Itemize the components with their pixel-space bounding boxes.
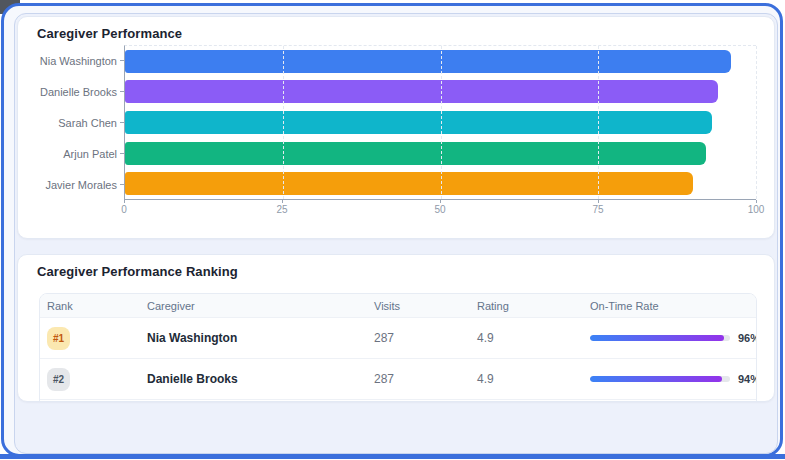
x-axis-tickmark [440, 200, 441, 203]
on-time-progress-fill [590, 335, 724, 341]
chart-bar[interactable] [125, 111, 712, 134]
column-header: Rating [470, 300, 583, 312]
y-axis-label-text: Sarah Chen [58, 117, 117, 129]
x-axis-tickmark [598, 200, 599, 203]
column-header: Caregiver [140, 300, 367, 312]
y-axis-label-text: Nia Washington [40, 55, 117, 67]
x-axis-tick-label: 50 [434, 204, 445, 215]
on-time-cell: 96% [583, 332, 757, 344]
table-row: #2Danielle Brooks2874.994% [40, 358, 756, 399]
y-axis-label: Arjun Patel [18, 138, 124, 169]
x-axis-tickmark [282, 200, 283, 203]
gridline [441, 46, 442, 199]
ranking-table: RankCaregiverVisitsRatingOn-Time Rate #1… [39, 293, 757, 402]
x-axis-tickmark [756, 200, 757, 203]
y-axis-labels: Nia WashingtonDanielle BrooksSarah ChenA… [18, 45, 124, 200]
y-axis-label-text: Arjun Patel [63, 148, 117, 160]
y-axis-label: Sarah Chen [18, 107, 124, 138]
dashboard-panel: Caregiver Performance Nia WashingtonDani… [14, 13, 778, 454]
y-axis-label: Nia Washington [18, 45, 124, 76]
chart-bar[interactable] [125, 142, 706, 165]
app-frame: Caregiver Performance Nia WashingtonDani… [1, 3, 783, 457]
x-axis-tickmark [124, 200, 125, 203]
x-axis-tick-label: 25 [276, 204, 287, 215]
gridline [756, 46, 757, 199]
visits-value: 287 [367, 331, 470, 345]
column-header: Visits [367, 300, 470, 312]
visits-value: 287 [367, 372, 470, 386]
chart-bar[interactable] [125, 50, 731, 73]
table-body: #1Nia Washington2874.996%#2Danielle Broo… [40, 317, 756, 402]
table-header-row: RankCaregiverVisitsRatingOn-Time Rate [40, 294, 756, 317]
y-axis-label: Danielle Brooks [18, 76, 124, 107]
y-axis-label: Javier Morales [18, 169, 124, 200]
on-time-progress-fill [590, 376, 722, 382]
x-axis-tick-label: 100 [748, 204, 765, 215]
gridline [598, 46, 599, 199]
on-time-cell: 94% [583, 373, 757, 385]
x-axis-tick-label: 0 [121, 204, 127, 215]
on-time-percentage: 94% [738, 373, 757, 385]
caregiver-ranking-card: Caregiver Performance Ranking RankCaregi… [17, 254, 775, 402]
y-axis-label-text: Danielle Brooks [40, 86, 117, 98]
on-time-progress-track [590, 376, 730, 382]
bar-chart [124, 45, 756, 200]
column-header: On-Time Rate [583, 300, 756, 312]
rank-badge: #1 [47, 327, 70, 350]
rank-cell: #2 [40, 368, 140, 391]
x-axis: 0255075100 [124, 201, 756, 215]
y-axis-label-text: Javier Morales [45, 179, 117, 191]
chart-bar[interactable] [125, 80, 718, 103]
column-header: Rank [40, 300, 140, 312]
rating-value: 4.9 [470, 331, 583, 345]
on-time-progress-track [590, 335, 730, 341]
caregiver-name: Nia Washington [140, 331, 367, 345]
ranking-title: Caregiver Performance Ranking [37, 264, 238, 279]
gridline [283, 46, 284, 199]
chart-title: Caregiver Performance [37, 26, 182, 41]
table-row: #1Nia Washington2874.996% [40, 317, 756, 358]
caregiver-name: Danielle Brooks [140, 372, 367, 386]
rank-cell: #1 [40, 327, 140, 350]
caregiver-performance-card: Caregiver Performance Nia WashingtonDani… [17, 16, 775, 239]
on-time-percentage: 96% [738, 332, 757, 344]
rank-badge: #2 [47, 368, 70, 391]
table-row: #3 [40, 399, 756, 402]
chart-bar[interactable] [125, 172, 693, 195]
x-axis-tick-label: 75 [592, 204, 603, 215]
rating-value: 4.9 [470, 372, 583, 386]
